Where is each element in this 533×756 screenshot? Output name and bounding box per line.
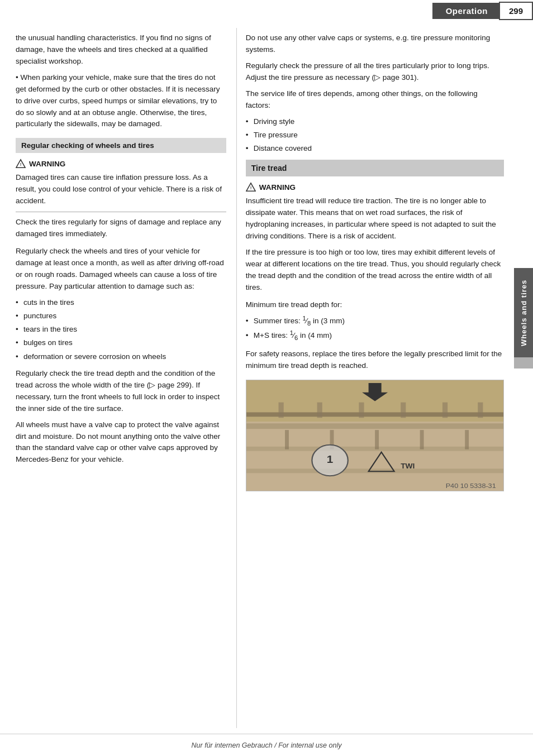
tread-svg: 1 TWI P40 10 5338-31	[246, 380, 503, 491]
damage-list: cuts in the tires punctures tears in the…	[16, 297, 226, 362]
list-item: punctures	[16, 310, 226, 322]
svg-text:!: !	[250, 186, 251, 191]
svg-rect-4	[246, 412, 503, 417]
tire-tread-heading: Tire tread	[246, 160, 504, 176]
warning-label-right: WARNING	[259, 183, 296, 192]
left-intro-text: the unusual handling characteristics. If…	[16, 32, 226, 68]
svg-rect-12	[246, 423, 503, 429]
warning-title-left: ! WARNING	[16, 159, 226, 169]
list-item: cuts in the tires	[16, 297, 226, 308]
svg-rect-18	[420, 430, 423, 449]
svg-rect-17	[375, 430, 379, 449]
list-item: tears in the tires	[16, 324, 226, 335]
list-item: deformation or severe corrosion on wheel…	[16, 351, 226, 362]
tread-depth-list: Summer tires: 1⁄8 in (3 mm) M+S tires: 1…	[246, 315, 504, 343]
svg-rect-7	[359, 402, 364, 418]
left-body-p3: All wheels must have a valve cap to prot…	[16, 419, 226, 466]
section-heading-regular-checking: Regular checking of wheels and tires	[16, 138, 226, 153]
right-column: Do not use any other valve caps or syste…	[237, 28, 514, 728]
right-intro-p1: Do not use any other valve caps or syste…	[246, 32, 504, 56]
warning-text-right-p2: If the tire pressure is too high or too …	[246, 247, 504, 294]
header-title: Operation	[432, 3, 499, 19]
list-item: Tire pressure	[246, 130, 504, 141]
svg-rect-15	[285, 430, 289, 449]
list-item: M+S tires: 1⁄6 in (4 mm)	[246, 330, 504, 343]
main-content: the unusual handling characteristics. If…	[0, 28, 514, 728]
footer-text: Nur für internen Gebrauch / For internal…	[192, 741, 342, 749]
warning-triangle-icon: !	[16, 159, 26, 169]
list-item: bulges on tires	[16, 337, 226, 348]
svg-text:1: 1	[327, 454, 334, 465]
svg-rect-6	[317, 402, 322, 418]
parking-bullet: • When parking your vehicle, make sure t…	[16, 72, 226, 131]
side-tab-accent	[514, 357, 533, 369]
svg-text:!: !	[20, 162, 22, 168]
list-item: Driving style	[246, 116, 504, 127]
warning-text-left-p1: Damaged tires can cause tire inflation p…	[16, 172, 226, 207]
svg-rect-9	[442, 402, 448, 418]
svg-rect-5	[278, 402, 283, 418]
right-body-p3: For safety reasons, replace the tires be…	[246, 348, 504, 372]
tread-visual: 1 TWI P40 10 5338-31	[246, 380, 503, 491]
warning-title-right: ! WARNING	[246, 182, 504, 192]
page-header: Operation 299	[0, 0, 533, 21]
svg-text:P40 10 5338-31: P40 10 5338-31	[445, 482, 496, 489]
page-footer: Nur für internen Gebrauch / For internal…	[0, 734, 533, 756]
page-number: 299	[499, 2, 533, 20]
right-intro-p3: The service life of tires depends, among…	[246, 88, 504, 112]
list-item: Distance covered	[246, 143, 504, 154]
factors-list: Driving style Tire pressure Distance cov…	[246, 116, 504, 155]
svg-text:TWI: TWI	[401, 462, 415, 470]
min-tread-intro: Minimum tire tread depth for:	[246, 299, 504, 311]
warning-text-left-p2: Check the tires regularly for signs of d…	[16, 217, 226, 240]
svg-rect-19	[465, 430, 469, 449]
right-intro-p2: Regularly check the pressure of all the …	[246, 60, 504, 84]
warning-box-right: ! WARNING Insufficient tire tread will r…	[246, 182, 504, 293]
warning-text-right-p1: Insufficient tire tread will reduce tire…	[246, 195, 504, 242]
warning-triangle-icon-right: !	[246, 182, 256, 192]
left-body-p1: Regularly check the wheels and tires of …	[16, 246, 226, 293]
warning-label-left: WARNING	[29, 160, 65, 168]
svg-rect-8	[401, 402, 406, 418]
warning-separator-left	[16, 212, 226, 212]
left-body-p2: Regularly check the tire tread depth and…	[16, 368, 226, 415]
svg-rect-14	[246, 468, 503, 473]
warning-box-left: ! WARNING Damaged tires can cause tire i…	[16, 159, 226, 240]
list-item: Summer tires: 1⁄8 in (3 mm)	[246, 315, 504, 328]
svg-rect-10	[478, 402, 483, 418]
tire-tread-image: 1 TWI P40 10 5338-31	[246, 380, 504, 491]
side-tab-wheels-tires: Wheels and tires	[514, 268, 533, 357]
left-column: the unusual handling characteristics. If…	[0, 28, 236, 728]
